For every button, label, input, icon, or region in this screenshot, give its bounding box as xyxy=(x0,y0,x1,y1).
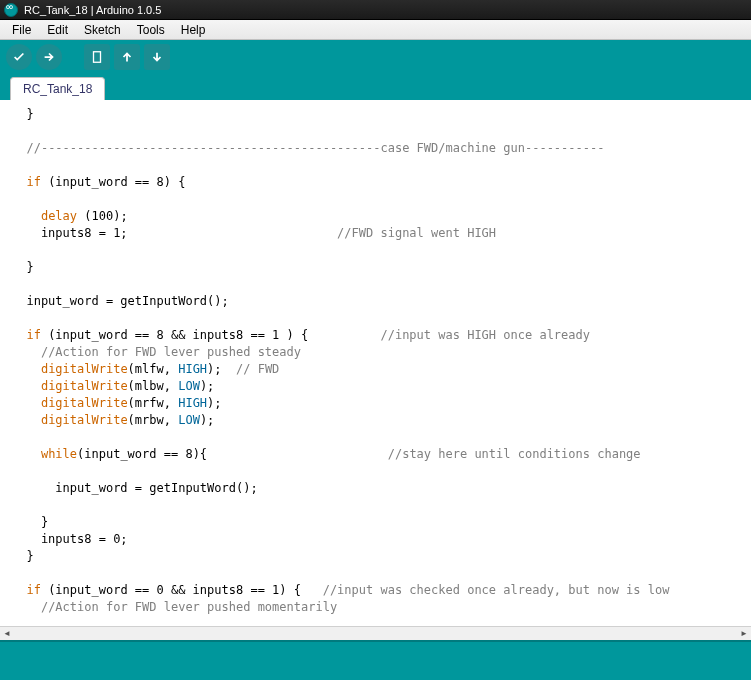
save-button[interactable] xyxy=(144,44,170,70)
window-title: RC_Tank_18 | Arduino 1.0.5 xyxy=(24,4,161,16)
arduino-icon xyxy=(4,3,18,17)
menu-edit[interactable]: Edit xyxy=(39,21,76,39)
check-icon xyxy=(12,50,26,64)
arrow-down-icon xyxy=(150,50,164,64)
verify-button[interactable] xyxy=(6,44,32,70)
toolbar xyxy=(0,40,751,74)
arrow-up-icon xyxy=(120,50,134,64)
new-button[interactable] xyxy=(84,44,110,70)
editor-area: } //------------------------------------… xyxy=(0,100,751,626)
arrow-right-icon xyxy=(42,50,56,64)
upload-button[interactable] xyxy=(36,44,62,70)
file-icon xyxy=(90,50,104,64)
menu-sketch[interactable]: Sketch xyxy=(76,21,129,39)
menu-tools[interactable]: Tools xyxy=(129,21,173,39)
code-editor[interactable]: } //------------------------------------… xyxy=(0,100,751,626)
scroll-right-icon[interactable]: ► xyxy=(737,628,751,640)
horizontal-scrollbar[interactable]: ◄ ► xyxy=(0,626,751,640)
menubar: File Edit Sketch Tools Help xyxy=(0,20,751,40)
titlebar: RC_Tank_18 | Arduino 1.0.5 xyxy=(0,0,751,20)
scroll-left-icon[interactable]: ◄ xyxy=(0,628,14,640)
menu-file[interactable]: File xyxy=(4,21,39,39)
svg-rect-0 xyxy=(94,52,101,63)
menu-help[interactable]: Help xyxy=(173,21,214,39)
open-button[interactable] xyxy=(114,44,140,70)
tabbar: RC_Tank_18 xyxy=(0,74,751,100)
tab-sketch[interactable]: RC_Tank_18 xyxy=(10,77,105,100)
console-area xyxy=(0,640,751,680)
